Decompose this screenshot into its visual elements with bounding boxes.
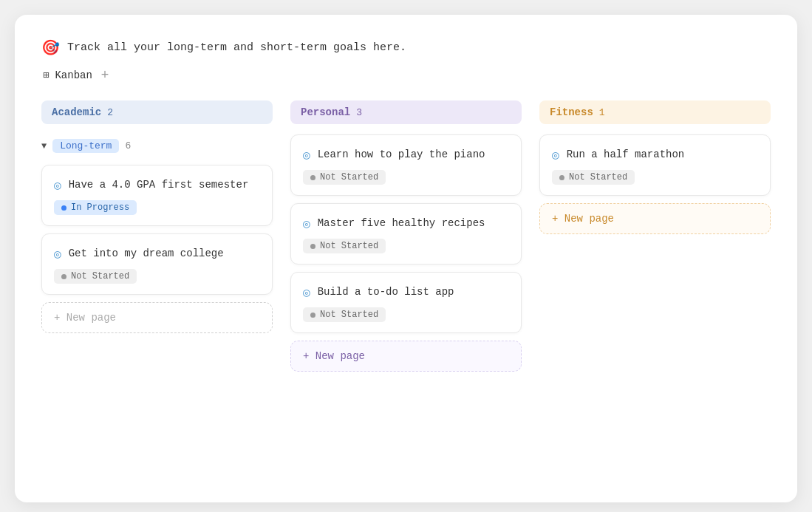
kanban-icon: ⊞ <box>43 69 49 81</box>
header-text: Track all your long-term and short-term … <box>67 41 406 54</box>
status-badge-not-started: Not Started <box>552 170 635 185</box>
add-view-button[interactable]: + <box>98 67 112 83</box>
status-label: Not Started <box>320 241 378 251</box>
status-label: Not Started <box>320 310 378 320</box>
card-title: Get into my dream college <box>69 246 224 262</box>
column-title-academic: Academic <box>52 106 101 118</box>
header-description: 🎯 Track all your long-term and short-ter… <box>41 38 771 57</box>
column-fitness: Fitness 1 ◎ Run a half marathon Not Star… <box>539 100 771 234</box>
status-badge-not-started: Not Started <box>303 170 386 185</box>
card-title: Master five healthy recipes <box>318 216 485 231</box>
card-title-row: ◎ Master five healthy recipes <box>303 216 509 231</box>
app-container: 🎯 Track all your long-term and short-ter… <box>15 15 797 502</box>
status-badge-not-started: Not Started <box>54 269 137 284</box>
card-title: Build a to-do list app <box>318 284 454 300</box>
column-header-personal: Personal 3 <box>290 100 522 124</box>
kanban-board: Academic 2 ▼ Long-term 6 ◎ Have a 4.0 GP… <box>41 100 771 372</box>
status-badge-not-started: Not Started <box>303 307 386 322</box>
target-icon: 🎯 <box>41 38 60 57</box>
group-count: 6 <box>125 140 131 151</box>
column-count-fitness: 1 <box>599 107 605 118</box>
card-piano[interactable]: ◎ Learn how to play the piano Not Starte… <box>290 134 522 196</box>
column-academic: Academic 2 ▼ Long-term 6 ◎ Have a 4.0 GP… <box>41 100 273 333</box>
goal-icon: ◎ <box>54 247 61 262</box>
status-dot <box>559 175 564 180</box>
view-label: Kanban <box>55 69 92 81</box>
goal-icon: ◎ <box>303 216 310 231</box>
column-personal: Personal 3 ◎ Learn how to play the piano… <box>290 100 522 372</box>
card-gpa[interactable]: ◎ Have a 4.0 GPA first semester In Progr… <box>41 165 273 226</box>
status-label: Not Started <box>320 172 378 182</box>
status-label: Not Started <box>569 172 627 182</box>
card-recipes[interactable]: ◎ Master five healthy recipes Not Starte… <box>290 203 522 264</box>
new-page-button-fitness[interactable]: + New page <box>539 203 771 234</box>
status-badge-not-started: Not Started <box>303 239 386 253</box>
card-title-row: ◎ Run a half marathon <box>552 147 758 163</box>
column-count-personal: 3 <box>356 107 362 118</box>
column-count-academic: 2 <box>107 107 113 118</box>
card-todo-app[interactable]: ◎ Build a to-do list app Not Started <box>290 272 522 333</box>
new-page-button-academic[interactable]: + New page <box>41 302 273 333</box>
card-title-row: ◎ Have a 4.0 GPA first semester <box>54 177 260 193</box>
group-arrow[interactable]: ▼ <box>41 141 47 151</box>
goal-icon: ◎ <box>303 285 310 300</box>
status-label: Not Started <box>71 271 129 281</box>
status-dot <box>310 244 315 249</box>
status-dot <box>310 313 315 318</box>
card-title-row: ◎ Learn how to play the piano <box>303 147 509 163</box>
view-bar: ⊞ Kanban + <box>41 67 771 83</box>
card-title-row: ◎ Build a to-do list app <box>303 284 509 300</box>
card-title: Run a half marathon <box>567 147 685 163</box>
card-title: Have a 4.0 GPA first semester <box>69 177 249 193</box>
goal-icon: ◎ <box>54 178 61 193</box>
column-title-fitness: Fitness <box>550 106 593 118</box>
card-marathon[interactable]: ◎ Run a half marathon Not Started <box>539 134 771 196</box>
new-page-button-personal[interactable]: + New page <box>290 341 522 372</box>
card-college[interactable]: ◎ Get into my dream college Not Started <box>41 233 273 295</box>
goal-icon: ◎ <box>552 148 559 163</box>
column-header-academic: Academic 2 <box>41 100 273 124</box>
card-title: Learn how to play the piano <box>318 147 485 163</box>
status-dot <box>310 175 315 180</box>
group-header-long-term: ▼ Long-term 6 <box>41 139 273 153</box>
card-title-row: ◎ Get into my dream college <box>54 246 260 262</box>
column-header-fitness: Fitness 1 <box>539 100 771 124</box>
group-label-long-term: Long-term <box>52 139 119 153</box>
status-badge-in-progress: In Progress <box>54 200 137 215</box>
column-title-personal: Personal <box>301 106 350 118</box>
status-label: In Progress <box>71 202 129 213</box>
goal-icon: ◎ <box>303 148 310 163</box>
status-dot <box>61 205 66 211</box>
status-dot <box>61 274 66 279</box>
